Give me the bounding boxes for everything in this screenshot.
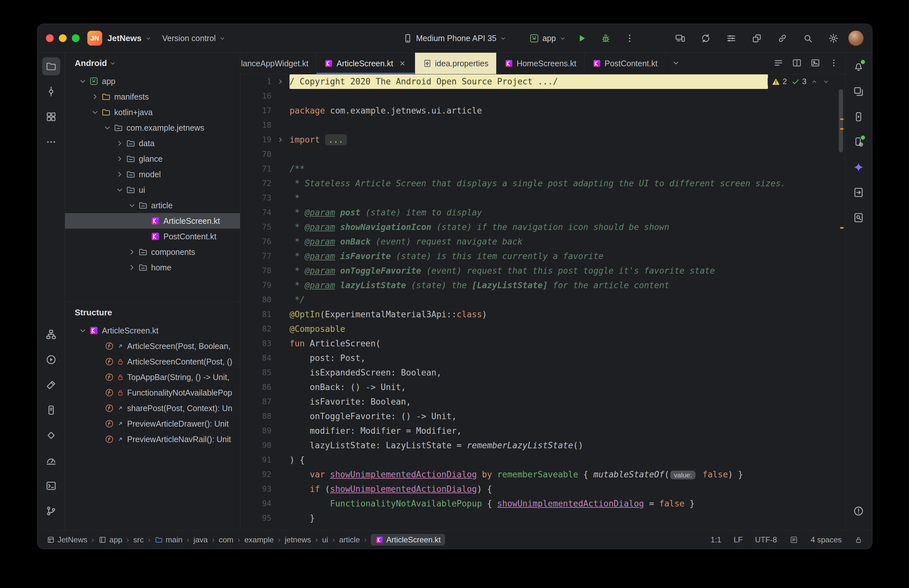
line-number[interactable]: 91 — [241, 453, 271, 467]
more-tool-windows-button[interactable] — [42, 133, 60, 151]
fold-toggle[interactable] — [273, 132, 287, 149]
tree-item-glance[interactable]: glance — [65, 151, 240, 166]
caret-position[interactable]: 1:1 — [711, 535, 722, 544]
device-explorer-button[interactable] — [42, 401, 60, 419]
search-everywhere-button[interactable] — [799, 30, 816, 47]
structure-item-sharepost-post-context-un[interactable]: sharePost(Post, Context): Un — [65, 401, 240, 416]
fullscreen-window-button[interactable] — [72, 34, 79, 42]
line-number[interactable]: 79 — [241, 278, 271, 293]
line-number[interactable]: 1 — [241, 74, 271, 89]
line-number[interactable]: 70 — [241, 147, 271, 162]
user-avatar[interactable] — [848, 31, 864, 46]
breadcrumb-app[interactable]: app — [98, 535, 122, 544]
line-number[interactable]: 92 — [241, 467, 271, 482]
minimize-window-button[interactable] — [59, 34, 67, 42]
tree-item-articlescreen-kt[interactable]: ArticleScreen.kt — [65, 213, 240, 229]
tree-item-model[interactable]: model — [65, 166, 240, 182]
layout-inspector-button[interactable] — [849, 82, 868, 100]
previous-problem-button[interactable] — [811, 78, 818, 86]
encoding[interactable]: UTF-8 — [755, 535, 777, 544]
vcs-widget[interactable]: Version control — [162, 34, 226, 43]
scrollbar-warning-mark[interactable] — [840, 118, 844, 120]
line-number[interactable]: 72 — [241, 176, 271, 191]
line-number[interactable]: 76 — [241, 234, 271, 249]
run-tool-button[interactable] — [42, 351, 60, 369]
breadcrumb-article[interactable]: article — [339, 535, 360, 544]
debug-button[interactable] — [597, 30, 614, 47]
settings-button[interactable] — [825, 30, 842, 47]
commit-tool-button[interactable] — [42, 82, 60, 100]
line-number[interactable]: 89 — [241, 424, 271, 438]
line-number[interactable]: 87 — [241, 394, 271, 409]
tab-idea-properties[interactable]: idea.properties — [415, 53, 497, 74]
line-number[interactable]: 74 — [241, 205, 271, 220]
app-insights-button[interactable] — [42, 426, 60, 444]
structure-root-articlescreen-kt[interactable]: ArticleScreen.kt — [65, 323, 240, 338]
device-mirroring-button[interactable] — [672, 30, 688, 47]
line-number[interactable]: 80 — [241, 293, 271, 307]
passed-indicator[interactable]: 3 — [791, 77, 806, 86]
tab-articlescreen-kt[interactable]: ArticleScreen.kt — [316, 53, 415, 74]
tree-item-kotlin-java[interactable]: kotlin+java — [65, 105, 240, 120]
plugins-button[interactable] — [748, 30, 765, 47]
editor-list-button[interactable] — [773, 58, 783, 69]
running-devices-button[interactable] — [849, 108, 868, 126]
line-number[interactable]: 95 — [241, 511, 271, 526]
scrollbar-warning-mark[interactable] — [840, 227, 844, 229]
tree-item-ui[interactable]: ui — [65, 182, 240, 198]
breadcrumb-articlescreen-kt[interactable]: ArticleScreen.kt — [371, 534, 445, 546]
resource-manager-button[interactable] — [42, 108, 60, 126]
line-number[interactable]: 78 — [241, 263, 271, 278]
line-number[interactable]: 93 — [241, 482, 271, 496]
line-number[interactable]: 88 — [241, 409, 271, 424]
breadcrumb-jetnews[interactable]: JetNews — [47, 535, 87, 544]
breadcrumb-ui[interactable]: ui — [322, 535, 328, 544]
breadcrumb-src[interactable]: src — [133, 535, 144, 544]
editor-scrollbar[interactable] — [839, 89, 843, 152]
tab-lanceappwidget-kt[interactable]: lanceAppWidget.kt — [241, 53, 316, 74]
run-config-selector[interactable]: app — [529, 33, 567, 44]
tree-item-components[interactable]: components — [65, 244, 240, 260]
breadcrumb-main[interactable]: main — [155, 535, 182, 544]
preview-button[interactable] — [811, 58, 820, 69]
line-number[interactable]: 83 — [241, 336, 271, 351]
breadcrumb-jetnews[interactable]: jetnews — [285, 535, 311, 544]
tree-item-article[interactable]: article — [65, 198, 240, 213]
more-run-actions-button[interactable] — [622, 30, 638, 47]
structure-item-previewarticledrawer-unit[interactable]: PreviewArticleDrawer(): Unit — [65, 416, 240, 431]
build-variants-button[interactable] — [723, 30, 739, 47]
line-number[interactable]: 94 — [241, 496, 271, 511]
tree-item-manifests[interactable]: manifests — [65, 89, 240, 105]
gemini-button[interactable] — [849, 158, 868, 176]
line-number[interactable]: 17 — [241, 103, 271, 118]
tab-postcontent-kt[interactable]: PostContent.kt — [584, 53, 666, 74]
line-number[interactable]: 84 — [241, 351, 271, 365]
tree-item-home[interactable]: home — [65, 260, 240, 275]
profiler-button[interactable] — [42, 452, 60, 470]
line-number[interactable]: 77 — [241, 249, 271, 263]
breadcrumb-com[interactable]: com — [219, 535, 233, 544]
app-quality-insights-button[interactable] — [849, 183, 868, 202]
line-number[interactable]: 90 — [241, 438, 271, 453]
line-number[interactable]: 19 — [241, 132, 271, 147]
project-view-selector[interactable]: Android — [65, 53, 240, 73]
scrollbar-warning-mark[interactable] — [840, 128, 844, 130]
editor-options-button[interactable] — [829, 58, 839, 69]
run-button[interactable] — [573, 30, 590, 47]
line-number[interactable]: 81 — [241, 307, 271, 322]
build-tool-button[interactable] — [42, 376, 60, 394]
structure-item-functionalitynotavailablepop[interactable]: FunctionalityNotAvailablePop — [65, 385, 240, 401]
tab-homescreens-kt[interactable]: HomeScreens.kt — [497, 53, 584, 74]
code-editor[interactable]: 1/ Copyright 2020 The Android Open Sourc… — [241, 74, 844, 530]
line-number[interactable]: 18 — [241, 118, 271, 132]
structure-item-articlescreen-post-boolean[interactable]: ArticleScreen(Post, Boolean, — [65, 338, 240, 354]
line-number[interactable]: 82 — [241, 322, 271, 336]
link-assistant-button[interactable] — [774, 30, 791, 47]
file-lock-widget[interactable] — [854, 535, 863, 544]
next-problem-button[interactable] — [822, 78, 830, 86]
find-button[interactable] — [849, 208, 868, 227]
notifications-button[interactable] — [849, 57, 868, 75]
terminal-tool-button[interactable] — [42, 477, 60, 495]
line-number[interactable]: 73 — [241, 191, 271, 205]
project-tool-button[interactable] — [42, 57, 60, 75]
